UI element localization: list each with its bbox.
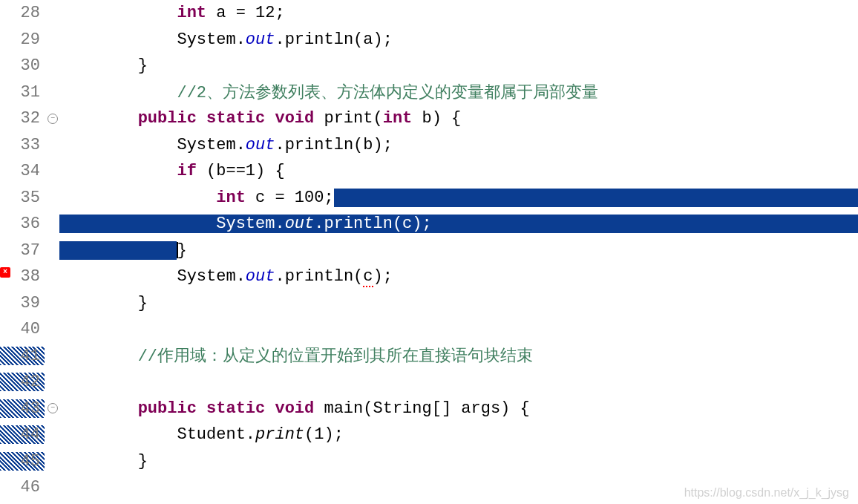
code-line[interactable]: 30 } [0, 53, 858, 79]
code-line[interactable]: 31 //2、方法参数列表、方法体内定义的变量都属于局部变量 [0, 79, 858, 106]
code-line[interactable]: 38 System.out.println(c); [0, 264, 858, 290]
code-content[interactable]: } [59, 294, 858, 312]
code-line[interactable]: 45 } [0, 448, 858, 475]
code-line[interactable]: 29 System.out.println(a); [0, 27, 858, 53]
fold-icon[interactable]: − [48, 403, 58, 413]
code-content[interactable]: //作用域：从定义的位置开始到其所在直接语句块结束 [59, 344, 858, 367]
code-line[interactable]: 36 System.out.println(c); [0, 211, 858, 238]
code-content[interactable]: int c = 100; [59, 189, 858, 207]
code-line[interactable]: 41 //作用域：从定义的位置开始到其所在直接语句块结束 [0, 343, 858, 370]
selection [334, 189, 858, 207]
line-number: 33 [0, 136, 45, 154]
watermark: https://blog.csdn.net/x_j_k_jysg [684, 486, 849, 500]
line-number: 34 [0, 162, 45, 180]
code-content[interactable]: //2、方法参数列表、方法体内定义的变量都属于局部变量 [59, 81, 858, 103]
line-number: 37 [0, 241, 45, 260]
line-number: 28 [0, 4, 45, 22]
code-line[interactable]: 32− public static void print(int b) { [0, 105, 858, 132]
line-number: 39 [0, 294, 45, 312]
code-content[interactable]: } [59, 452, 858, 471]
line-number: 46 [0, 478, 45, 497]
code-content[interactable]: public static void print(int b) { [59, 109, 858, 128]
code-editor[interactable]: 28 int a = 12;29 System.out.println(a);3… [0, 0, 858, 501]
code-content[interactable]: Student.print(1); [59, 425, 858, 444]
code-content[interactable]: System.out.println(c); [59, 267, 858, 286]
line-number: 30 [0, 56, 45, 75]
code-content[interactable]: System.out.println(b); [59, 136, 858, 154]
code-line[interactable]: 44 Student.print(1); [0, 422, 858, 448]
fold-icon[interactable]: − [48, 114, 58, 124]
code-content[interactable]: int a = 12; [59, 4, 858, 22]
line-number: 43 [0, 399, 45, 418]
code-line[interactable]: 33 System.out.println(b); [0, 132, 858, 159]
code-line[interactable]: 40 [0, 316, 858, 343]
line-number: 36 [0, 215, 45, 233]
code-content[interactable]: } [59, 56, 858, 75]
code-line[interactable]: 43− public static void main(String[] arg… [0, 396, 858, 422]
code-line[interactable]: 39 } [0, 290, 858, 317]
line-number: 35 [0, 189, 45, 207]
code-content[interactable]: if (b==1) { [59, 162, 858, 180]
code-line[interactable]: 35 int c = 100; [0, 185, 858, 212]
code-content[interactable]: System.out.println(a); [59, 30, 858, 49]
line-number: 29 [0, 30, 45, 49]
code-line[interactable]: 42 [0, 369, 858, 396]
line-number: 32 [0, 109, 45, 128]
code-line[interactable]: 28 int a = 12; [0, 0, 858, 27]
code-content[interactable]: System.out.println(c); [59, 215, 858, 233]
line-number: 42 [0, 373, 45, 391]
line-number: 40 [0, 320, 45, 338]
line-number: 38 [0, 267, 45, 286]
code-content[interactable]: } [59, 241, 858, 260]
code-line[interactable]: 37 } [0, 238, 858, 264]
error-icon [0, 267, 10, 278]
code-line[interactable]: 34 if (b==1) { [0, 158, 858, 185]
line-number: 44 [0, 425, 45, 444]
line-number: 31 [0, 83, 45, 102]
line-number: 41 [0, 347, 45, 365]
code-content[interactable]: public static void main(String[] args) { [59, 399, 858, 418]
line-number: 45 [0, 452, 45, 471]
